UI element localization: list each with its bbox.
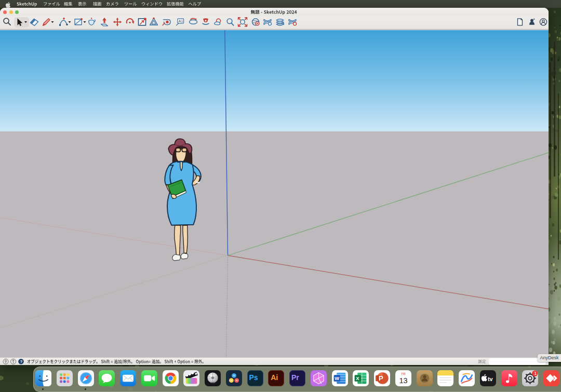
svg-text:X: X (356, 376, 359, 381)
svg-text:?: ? (20, 359, 23, 364)
svg-text:13: 13 (399, 376, 407, 384)
svg-text:W: W (335, 376, 339, 381)
svg-text:tv: tv (488, 375, 493, 382)
svg-text:P: P (379, 374, 383, 382)
svg-text:1: 1 (534, 371, 537, 376)
svg-text:A1: A1 (179, 19, 183, 23)
